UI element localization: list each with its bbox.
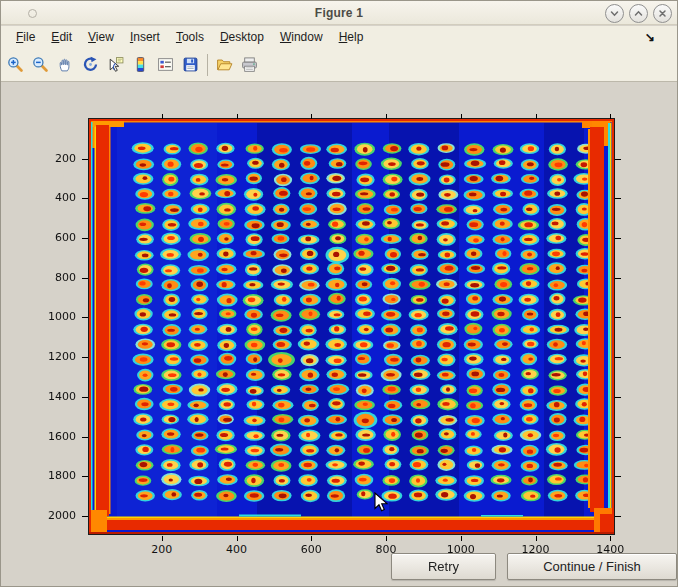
y-tick-mark <box>82 198 88 199</box>
y-tick-label: 1200 <box>32 350 76 363</box>
y-tick-mark <box>82 437 88 438</box>
pan-hand-icon <box>57 56 74 73</box>
menu-desktop[interactable]: Desktop <box>212 27 272 47</box>
x-tick-mark <box>162 536 163 541</box>
save-icon <box>182 56 199 73</box>
figure-canvas-area: Retry Continue / Finish 2004006008001000… <box>1 82 678 587</box>
continue-finish-button[interactable]: Continue / Finish <box>507 553 677 580</box>
data-cursor-button[interactable] <box>103 52 128 78</box>
y-tick-label: 1600 <box>32 430 76 443</box>
close-icon <box>657 8 668 19</box>
menu-bar: File Edit View Insert Tools Desktop Wind… <box>1 26 677 48</box>
x-tick-mark-top <box>237 114 238 119</box>
x-tick-label: 200 <box>140 543 184 556</box>
y-tick-mark <box>82 238 88 239</box>
menu-tools[interactable]: Tools <box>168 27 212 47</box>
y-tick-label: 1400 <box>32 390 76 403</box>
x-tick-label: 1200 <box>514 543 558 556</box>
x-tick-mark <box>237 536 238 541</box>
menu-file[interactable]: File <box>8 27 43 47</box>
y-tick-label: 1000 <box>32 310 76 323</box>
toolbar-separator <box>207 54 208 76</box>
print-icon <box>241 56 258 73</box>
minimize-button[interactable] <box>605 4 624 23</box>
zoom-in-icon <box>7 56 24 73</box>
heatmap-image[interactable] <box>88 118 615 535</box>
rotate-3d-icon <box>82 56 99 73</box>
zoom-out-icon <box>32 56 49 73</box>
x-tick-mark <box>536 536 537 541</box>
menu-view[interactable]: View <box>80 27 122 47</box>
y-tick-mark <box>82 357 88 358</box>
y-tick-mark-right <box>615 317 621 318</box>
y-tick-label: 400 <box>32 191 76 204</box>
window-title: Figure 1 <box>1 6 677 20</box>
maximize-icon <box>633 8 644 19</box>
retry-button[interactable]: Retry <box>391 553 496 580</box>
x-tick-mark <box>461 536 462 541</box>
y-tick-mark-right <box>615 437 621 438</box>
title-bar: Figure 1 <box>1 1 677 25</box>
y-tick-mark-right <box>615 278 621 279</box>
window-controls <box>605 4 672 23</box>
x-tick-mark-top <box>610 114 611 119</box>
open-folder-icon <box>216 56 233 73</box>
menu-insert[interactable]: Insert <box>122 27 168 47</box>
legend-button[interactable] <box>153 52 178 78</box>
save-button[interactable] <box>178 52 203 78</box>
y-tick-mark <box>82 317 88 318</box>
y-tick-mark <box>82 516 88 517</box>
data-cursor-icon <box>107 56 124 73</box>
rotate-3d-button[interactable] <box>78 52 103 78</box>
y-tick-label: 600 <box>32 231 76 244</box>
window-icon <box>28 9 37 18</box>
zoom-out-button[interactable] <box>28 52 53 78</box>
legend-icon <box>157 56 174 73</box>
x-tick-mark <box>311 536 312 541</box>
menu-window[interactable]: Window <box>272 27 331 47</box>
y-tick-mark <box>82 159 88 160</box>
x-tick-mark-top <box>311 114 312 119</box>
zoom-in-button[interactable] <box>3 52 28 78</box>
x-tick-mark-top <box>461 114 462 119</box>
y-tick-mark-right <box>615 159 621 160</box>
minimize-icon <box>609 8 620 19</box>
x-tick-mark-top <box>386 114 387 119</box>
dock-figure-arrow-icon[interactable]: ↘ <box>645 30 655 44</box>
y-tick-mark-right <box>615 357 621 358</box>
x-tick-mark <box>386 536 387 541</box>
y-tick-mark-right <box>615 516 621 517</box>
y-tick-label: 1800 <box>32 469 76 482</box>
y-tick-label: 800 <box>32 271 76 284</box>
y-tick-label: 2000 <box>32 509 76 522</box>
y-tick-mark <box>82 397 88 398</box>
figure-toolbar <box>1 48 677 82</box>
colorbar-button[interactable] <box>128 52 153 78</box>
x-tick-mark-top <box>536 114 537 119</box>
close-button[interactable] <box>653 4 672 23</box>
pan-button[interactable] <box>53 52 78 78</box>
colorbar-icon <box>132 56 149 73</box>
print-button[interactable] <box>237 52 262 78</box>
x-tick-label: 400 <box>215 543 259 556</box>
menu-edit[interactable]: Edit <box>43 27 80 47</box>
y-tick-mark-right <box>615 397 621 398</box>
y-tick-mark-right <box>615 198 621 199</box>
x-tick-mark-top <box>162 114 163 119</box>
menu-help[interactable]: Help <box>331 27 372 47</box>
y-tick-mark <box>82 278 88 279</box>
x-tick-label: 600 <box>289 543 333 556</box>
x-tick-label: 1400 <box>588 543 632 556</box>
y-tick-mark <box>82 476 88 477</box>
maximize-button[interactable] <box>629 4 648 23</box>
y-tick-label: 200 <box>32 152 76 165</box>
matlab-figure-window: Figure 1 File Edit View Insert <box>0 0 678 587</box>
y-tick-mark-right <box>615 238 621 239</box>
x-tick-label: 800 <box>364 543 408 556</box>
open-file-button[interactable] <box>212 52 237 78</box>
y-tick-mark-right <box>615 476 621 477</box>
x-tick-label: 1000 <box>439 543 483 556</box>
x-tick-mark <box>610 536 611 541</box>
